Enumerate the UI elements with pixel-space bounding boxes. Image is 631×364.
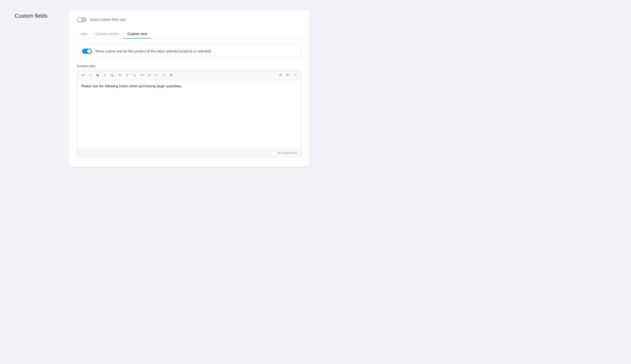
toolbar-underline-btn[interactable]: U xyxy=(109,72,116,78)
toolbar-align-btn[interactable]: ≡ ▾ xyxy=(138,72,145,78)
italic-icon: I xyxy=(105,73,106,77)
toolbar-unordered-list-btn[interactable]: ⁝≡ xyxy=(146,72,153,78)
subscript-icon: x2 xyxy=(133,73,136,77)
editor-container: A ▾ ⤢ B I U xyxy=(77,70,301,157)
link-icon: ⬡ xyxy=(163,73,165,77)
toolbar-strikethrough-btn[interactable]: S xyxy=(116,72,123,78)
toolbar-link-btn[interactable]: ⬡ xyxy=(161,72,167,78)
toolbar-divider xyxy=(275,72,275,78)
page-layout: Custom fields Select custom field sets t… xyxy=(15,10,309,167)
toolbar-ordered-list-btn[interactable]: 1≡ xyxy=(153,72,160,78)
align-chevron: ▾ xyxy=(142,74,143,76)
char-count: 66 characters xyxy=(278,151,297,155)
align-icon: ≡ xyxy=(140,73,142,77)
toolbar-bold-btn[interactable]: B xyxy=(94,72,101,78)
toolbar-source-btn[interactable]: <> xyxy=(292,72,298,78)
tab-tabs[interactable]: tabs xyxy=(77,29,92,38)
toolbar-subscript-btn[interactable]: x2 xyxy=(131,72,138,78)
custom-text-toggle[interactable] xyxy=(82,48,92,54)
editor-section-label: Custom text xyxy=(77,64,301,68)
toolbar-italic-btn[interactable]: I xyxy=(102,72,109,78)
toolbar-undo-btn[interactable]: ↺ xyxy=(277,72,284,78)
editor-footer: 66 characters xyxy=(77,149,301,157)
tabs-bar: tabs Custom button Custom text xyxy=(77,29,301,38)
bold-icon: B xyxy=(97,73,99,77)
unordered-list-icon: ⁝≡ xyxy=(148,73,151,77)
ordered-list-icon: 1≡ xyxy=(155,74,158,76)
toggle-thumb-on xyxy=(87,49,91,53)
tab-custom-text[interactable]: Custom text xyxy=(124,29,151,38)
font-size-icon: A xyxy=(81,73,84,77)
field-sets-toggle-row: Select custom field sets xyxy=(77,17,301,22)
toggle-thumb xyxy=(78,18,82,22)
field-sets-toggle-label: Select custom field sets xyxy=(90,18,126,22)
toolbar-table-btn[interactable]: ⊞ xyxy=(168,72,175,78)
custom-text-toggle-box: Show custom text for this product (if th… xyxy=(77,44,301,58)
undo-icon: ↺ xyxy=(279,73,282,77)
toolbar-redo-btn[interactable]: ↻ xyxy=(284,72,291,78)
superscript-icon: x2 xyxy=(126,73,129,77)
expand-icon: ⤢ xyxy=(89,73,92,77)
underline-icon: U xyxy=(111,73,113,77)
source-icon: <> xyxy=(293,73,297,77)
toggle-track xyxy=(77,17,87,22)
font-size-chevron: ▾ xyxy=(84,74,85,76)
editor-toolbar: A ▾ ⤢ B I U xyxy=(77,70,301,80)
section-title: Custom fields xyxy=(15,10,59,167)
field-sets-toggle[interactable] xyxy=(77,17,87,22)
strikethrough-icon: S xyxy=(119,73,121,77)
toolbar-font-size-btn[interactable]: A ▾ xyxy=(80,72,86,78)
redo-icon: ↻ xyxy=(286,73,289,77)
table-icon: ⊞ xyxy=(170,73,173,77)
toggle-track-on xyxy=(82,48,92,54)
tab-custom-button[interactable]: Custom button xyxy=(92,29,124,38)
toolbar-expand-btn[interactable]: ⤢ xyxy=(87,72,94,78)
custom-text-toggle-label: Show custom text for this product (if th… xyxy=(95,49,211,53)
toolbar-superscript-btn[interactable]: x2 xyxy=(124,72,131,78)
editor-body[interactable]: Please use the following button when pur… xyxy=(77,80,301,149)
custom-fields-card: Select custom field sets tabs Custom but… xyxy=(69,10,309,167)
